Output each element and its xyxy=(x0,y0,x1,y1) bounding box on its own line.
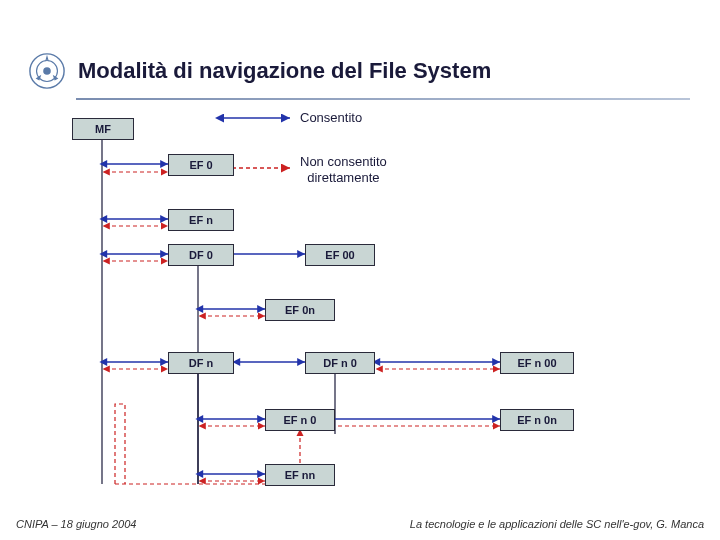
svg-point-2 xyxy=(43,67,51,75)
title-divider xyxy=(76,98,690,100)
node-ef0: EF 0 xyxy=(168,154,234,176)
diagram-canvas: Consentito Non consentito direttamente M… xyxy=(0,104,720,504)
node-df0: DF 0 xyxy=(168,244,234,266)
node-efnn: EF nn xyxy=(265,464,335,486)
node-ef0n: EF 0n xyxy=(265,299,335,321)
footer-left: CNIPA – 18 giugno 2004 xyxy=(16,518,136,530)
node-efn0: EF n 0 xyxy=(265,409,335,431)
slide-header: Modalità di navigazione del File System xyxy=(0,52,720,90)
legend-allowed-label: Consentito xyxy=(300,110,362,126)
node-efn: EF n xyxy=(168,209,234,231)
node-efn00: EF n 00 xyxy=(500,352,574,374)
legend-not-allowed-label: Non consentito direttamente xyxy=(300,154,387,185)
node-mf: MF xyxy=(72,118,134,140)
node-dfn0: DF n 0 xyxy=(305,352,375,374)
slide-title: Modalità di navigazione del File System xyxy=(78,58,491,84)
node-ef00: EF 00 xyxy=(305,244,375,266)
node-efn0n: EF n 0n xyxy=(500,409,574,431)
italian-emblem-icon xyxy=(28,52,66,90)
node-dfn: DF n xyxy=(168,352,234,374)
footer-right: La tecnologie e le applicazioni delle SC… xyxy=(410,518,704,530)
